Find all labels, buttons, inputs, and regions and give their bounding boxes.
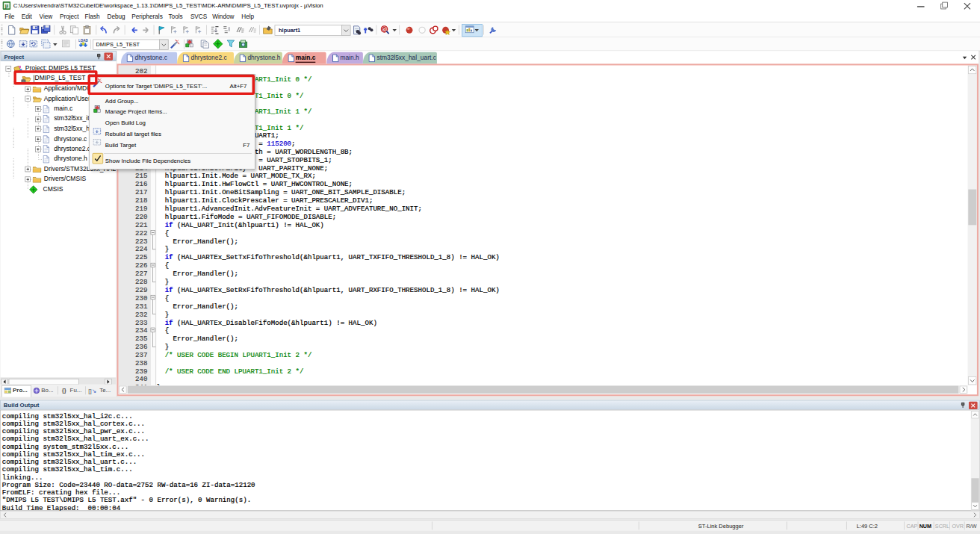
- svg-text:d: d: [383, 26, 386, 31]
- svg-text:µ: µ: [5, 2, 9, 9]
